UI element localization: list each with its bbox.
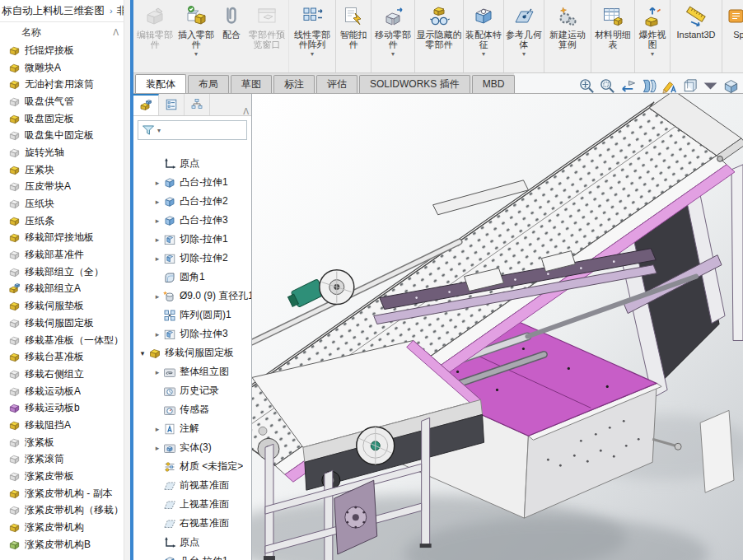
file-list-item[interactable]: 压皮带块A — [0, 179, 124, 196]
featuremanager-tab[interactable] — [133, 94, 159, 115]
expander-icon[interactable] — [152, 330, 163, 338]
feature-tree-item[interactable]: 凸台-拉伸1 — [133, 173, 251, 192]
toolbar-button[interactable]: 显示隐藏的零部件 ▾ — [415, 0, 464, 72]
file-list-item[interactable]: 移栽伺服垫板 — [0, 297, 124, 315]
view-orientation-icon[interactable] — [680, 76, 700, 96]
expander-icon[interactable] — [152, 179, 163, 187]
feature-tree-item[interactable]: 材质 <未指定> — [133, 457, 251, 476]
breadcrumb[interactable]: 标自动上料机三维套图 › 非 — [0, 0, 124, 22]
ribbon-tab[interactable]: 标注 — [273, 75, 315, 93]
toolbar-button[interactable]: 配合 ▾ — [217, 0, 245, 72]
file-list-item[interactable]: 吸盘集中固定板 — [0, 127, 124, 144]
toolbar-button[interactable]: Instant3D ▾ — [671, 0, 722, 72]
toolbar-button[interactable]: 装配体特征 ▾ — [464, 0, 504, 72]
feature-tree-item[interactable]: 切除-拉伸3 — [133, 324, 251, 343]
file-list-item[interactable]: 涨紧滚筒 — [0, 451, 124, 469]
feature-tree-item[interactable]: 阵列(圆周)1 — [133, 306, 251, 324]
feature-tree-item[interactable]: 移栽伺服固定板 — [133, 343, 251, 362]
toolbar-button[interactable]: 零部件预览窗口 ▾ — [245, 0, 289, 72]
file-list-item[interactable]: 移栽部基准件 — [0, 246, 124, 264]
tree-scroll-up-icon[interactable]: ᐱ — [243, 107, 249, 116]
file-list-item[interactable]: 移栽运动板A — [0, 383, 124, 400]
file-list-item[interactable]: 移栽运动板b — [0, 399, 124, 417]
expander-icon[interactable] — [152, 198, 163, 206]
expander-icon[interactable] — [152, 217, 163, 225]
file-list-item[interactable]: 微雕块A — [0, 59, 124, 77]
file-list-item[interactable]: 旋转光轴 — [0, 144, 124, 161]
expander-icon[interactable] — [152, 236, 163, 244]
file-list-item[interactable]: 无油衬套用滚筒 — [0, 76, 124, 93]
zoom-to-fit-icon[interactable] — [577, 76, 597, 96]
feature-tree-item[interactable]: 整体组立图 — [133, 362, 251, 381]
toolbar-button[interactable]: 移动零部件 ▾ — [372, 0, 415, 72]
tree-filter-input[interactable]: ▾ — [138, 120, 247, 140]
file-list-item[interactable]: 涨紧皮带机构 — [0, 519, 124, 536]
file-list-item[interactable]: 移栽部组立（全） — [0, 264, 124, 281]
column-header-name[interactable]: 名称 ᐱ — [0, 22, 124, 42]
toolbar-button[interactable]: 材料明细表 ▾ — [591, 0, 635, 72]
ribbon-tab[interactable]: 装配体 — [135, 74, 186, 93]
expander-icon[interactable] — [137, 349, 148, 357]
expander-icon[interactable] — [152, 425, 163, 433]
toolbar-button[interactable]: Sp ▾ — [722, 0, 743, 72]
file-list-item[interactable]: 压纸块 — [0, 195, 124, 212]
file-list-item[interactable]: 托辊焊接板 — [0, 42, 124, 59]
toolbar-button[interactable]: 新建运动算例 ▾ — [544, 0, 591, 72]
propertymanager-tab[interactable] — [159, 94, 185, 115]
feature-tree-item[interactable]: 右视基准面 — [133, 514, 251, 533]
breadcrumb-folder-next[interactable]: 非 — [115, 4, 124, 18]
ribbon-tab[interactable]: SOLIDWORKS 插件 — [359, 75, 470, 93]
file-list-item[interactable]: 移栽基准板（一体型） — [0, 332, 124, 349]
feature-tree-item[interactable]: 传感器 — [133, 400, 251, 419]
toolbar-button[interactable]: 参考几何体 ▾ — [504, 0, 544, 72]
feature-tree-item[interactable]: 前视基准面 — [133, 476, 251, 495]
feature-tree-item[interactable]: 上视基准面 — [133, 495, 251, 514]
ribbon-tab[interactable]: MBD — [472, 75, 516, 93]
toolbar-button[interactable]: 插入零部件 ▾ — [175, 0, 217, 72]
toolbar-button[interactable]: 智能扣件 ▾ — [336, 0, 372, 72]
feature-tree-item[interactable]: 凸台-拉伸1 — [133, 552, 251, 560]
toolbar-button[interactable]: 线性零部件阵列 ▾ — [289, 0, 336, 72]
viewport-3d[interactable] — [252, 94, 743, 560]
file-list-item[interactable]: 涨紧皮带板 — [0, 468, 124, 485]
feature-tree-item[interactable]: Ø9.0 (9) 直径孔1 — [133, 287, 251, 306]
breadcrumb-folder[interactable]: 标自动上料机三维套图 — [0, 4, 107, 18]
feature-tree-item[interactable]: 注解 — [133, 419, 251, 438]
section-view-icon[interactable] — [638, 76, 659, 96]
file-list-item[interactable]: 移栽台基准板 — [0, 348, 124, 366]
file-list-item[interactable]: 压纸条 — [0, 212, 124, 230]
view-orientation-caret-icon[interactable] — [700, 76, 721, 96]
file-list-item[interactable]: 移栽部组立A — [0, 281, 124, 298]
feature-tree-item[interactable]: 历史记录 — [133, 381, 251, 400]
file-list-item[interactable]: 移栽部焊接地板 — [0, 230, 124, 247]
file-list-item[interactable]: 涨紧皮带机构 - 副本 — [0, 485, 124, 502]
file-list-item[interactable]: 涨紧皮带机构（移栽） — [0, 502, 124, 520]
feature-tree-item[interactable]: 原点 — [133, 154, 251, 173]
file-list-item[interactable]: 移栽右侧组立 — [0, 366, 124, 383]
file-list-item[interactable]: 移栽伺服固定板 — [0, 315, 124, 332]
feature-tree-item[interactable]: 原点 — [133, 533, 251, 552]
expander-icon[interactable] — [152, 254, 163, 263]
ribbon-tab[interactable]: 评估 — [316, 75, 357, 93]
expander-icon[interactable] — [152, 558, 163, 560]
toolbar-button[interactable]: 爆炸视图 ▾ — [635, 0, 671, 72]
file-list-item[interactable]: 压紧块 — [0, 161, 124, 179]
expander-icon[interactable] — [152, 368, 163, 376]
expander-icon[interactable] — [152, 444, 163, 452]
file-list-item[interactable]: 涨紧皮带机构B — [0, 536, 124, 553]
feature-tree-item[interactable]: 圆角1 — [133, 268, 251, 287]
feature-tree-item[interactable]: 实体(3) — [133, 438, 251, 457]
previous-view-icon[interactable] — [618, 76, 638, 96]
zoom-to-area-icon[interactable] — [597, 76, 618, 96]
toolbar-button[interactable]: 编辑零部件 ▾ — [135, 0, 175, 72]
ribbon-tab[interactable]: 草图 — [231, 75, 272, 93]
graphics-viewport[interactable] — [252, 94, 743, 560]
feature-tree-item[interactable]: 切除-拉伸2 — [133, 249, 251, 268]
expander-icon[interactable] — [152, 292, 163, 301]
ribbon-tab[interactable]: 布局 — [188, 75, 229, 93]
file-list-item[interactable]: 吸盘固定板 — [0, 110, 124, 128]
feature-tree-item[interactable]: 凸台-拉伸3 — [133, 211, 251, 230]
file-list-item[interactable]: 涨紧板 — [0, 434, 124, 451]
annotation-visibility-icon[interactable] — [659, 76, 680, 96]
file-list-item[interactable]: 移栽阻挡A — [0, 417, 124, 434]
